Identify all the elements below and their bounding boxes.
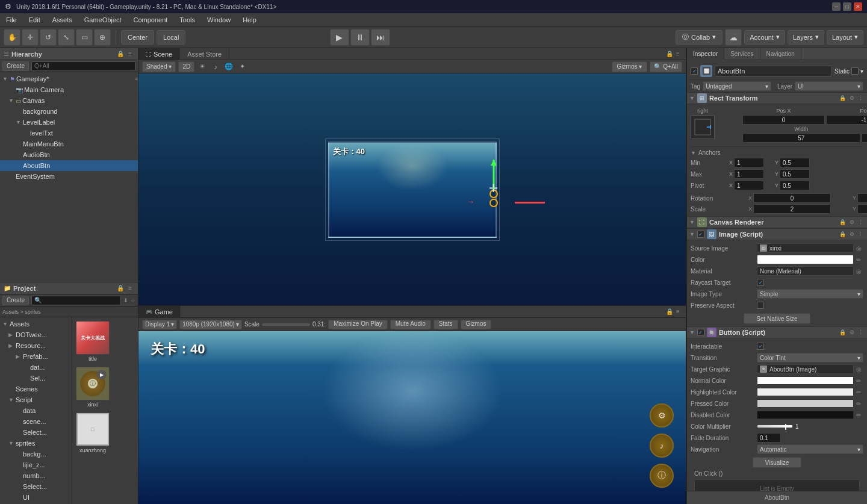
- layers-dropdown[interactable]: Layers ▾: [788, 30, 824, 45]
- cr-lock[interactable]: 🔒: [838, 219, 847, 225]
- fx-toggle[interactable]: ✦: [237, 61, 247, 72]
- menu-file[interactable]: File: [0, 13, 23, 26]
- local-toggle[interactable]: Local: [157, 30, 185, 45]
- anchor-pivot-x[interactable]: [734, 181, 764, 190]
- ptree-sprites[interactable]: ▼ sprites: [0, 438, 72, 449]
- account-dropdown[interactable]: Account ▾: [744, 30, 785, 45]
- transform-tool[interactable]: ⊕: [94, 29, 111, 46]
- pressed-color-swatch[interactable]: [757, 399, 854, 408]
- static-checkbox[interactable]: [851, 67, 859, 75]
- ptree-sel2[interactable]: Select...: [0, 481, 72, 492]
- sx-input[interactable]: [753, 204, 831, 214]
- hierarchy-create-button[interactable]: Create: [2, 61, 29, 71]
- asset-title[interactable]: 关卡大挑战 title: [75, 320, 111, 363]
- resolution-select[interactable]: 1080p (1920x1080) ▾: [179, 320, 242, 329]
- rotate-tool[interactable]: ↺: [40, 29, 57, 46]
- normal-color-edit[interactable]: ✏: [854, 376, 863, 385]
- game-lock[interactable]: 🔒: [665, 308, 674, 316]
- game-canvas[interactable]: 关卡：40 ⚙ ♪ ⓘ: [138, 331, 686, 504]
- tree-item-mainmenubtn[interactable]: MainMenuBtn: [0, 138, 138, 149]
- gizmo-circle2[interactable]: [489, 199, 498, 207]
- target-graphic-value[interactable]: 🔘 AboutBtn (Image): [757, 364, 854, 374]
- raycast-checkbox[interactable]: ✓: [757, 279, 764, 286]
- tree-item-levellabel[interactable]: ▼ LevelLabel: [0, 117, 138, 128]
- tree-item-leveltxt[interactable]: levelTxt: [0, 128, 138, 138]
- game-gizmos-button[interactable]: Gizmos: [461, 320, 492, 329]
- maximize-button[interactable]: Maximize On Play: [328, 320, 388, 329]
- shaded-dropdown[interactable]: Shaded ▾: [142, 61, 176, 72]
- interactable-checkbox[interactable]: ✓: [757, 343, 764, 350]
- source-image-value[interactable]: 🖼 xinxi: [757, 243, 854, 253]
- rt-overflow[interactable]: ⋮: [857, 95, 865, 101]
- is-lock[interactable]: 🔒: [838, 231, 847, 237]
- ry-input[interactable]: [857, 193, 867, 203]
- mute-button[interactable]: Mute Audio: [390, 320, 431, 329]
- menu-edit[interactable]: Edit: [23, 13, 46, 26]
- object-name-input[interactable]: [715, 66, 832, 76]
- inspector-tab[interactable]: Inspector: [687, 48, 724, 60]
- posx-input[interactable]: [742, 115, 825, 125]
- stats-button[interactable]: Stats: [434, 320, 458, 329]
- source-image-pick[interactable]: ◎: [854, 243, 863, 253]
- highlighted-color-edit[interactable]: ✏: [854, 387, 863, 397]
- color-edit[interactable]: ✏: [854, 255, 863, 264]
- ptree-scene[interactable]: scene...: [0, 416, 72, 427]
- maximize-button[interactable]: □: [843, 2, 851, 11]
- asset-store-tab[interactable]: Asset Store: [180, 48, 229, 60]
- project-lock[interactable]: 🔒: [116, 284, 125, 293]
- ptree-data[interactable]: data: [0, 405, 72, 416]
- scene-lock[interactable]: 🔒: [665, 50, 674, 58]
- tree-item-eventsystem[interactable]: EventSystem: [0, 171, 138, 182]
- is-settings[interactable]: ⚙: [848, 231, 856, 237]
- hierarchy-search-input[interactable]: [31, 61, 135, 71]
- game-btn-1[interactable]: ⚙: [650, 403, 674, 428]
- menu-window[interactable]: Window: [201, 13, 237, 26]
- width-input[interactable]: [742, 133, 860, 143]
- tg-pick[interactable]: ◎: [854, 364, 863, 374]
- bs-settings[interactable]: ⚙: [848, 329, 856, 335]
- rect-tool[interactable]: ▭: [76, 29, 93, 46]
- tree-item-canvas[interactable]: ▼ ▭ Canvas: [0, 95, 138, 106]
- menu-assets[interactable]: Assets: [46, 13, 78, 26]
- tree-item-gameplay[interactable]: ▼ ⚑ Gameplay* ≡: [0, 73, 138, 84]
- static-arrow[interactable]: ▾: [860, 68, 863, 75]
- ptree-numb[interactable]: numb...: [0, 470, 72, 481]
- object-active-checkbox[interactable]: ✓: [691, 67, 698, 75]
- 2d-toggle[interactable]: 2D: [178, 61, 194, 72]
- menu-gameobject[interactable]: GameObject: [78, 13, 128, 26]
- ptree-ui[interactable]: UI: [0, 492, 72, 503]
- canvas-renderer-header[interactable]: ▼ ⛶ Canvas Renderer 🔒 ⚙ ⋮: [687, 216, 867, 228]
- services-tab[interactable]: Services: [724, 48, 760, 60]
- ptree-lijie[interactable]: lijie_z...: [0, 459, 72, 470]
- tree-item-aboutbtn[interactable]: AboutBtn: [0, 160, 138, 171]
- rt-anchor-icon[interactable]: [691, 115, 715, 139]
- gizmos-dropdown[interactable]: Gizmos ▾: [612, 61, 648, 72]
- tree-item-background[interactable]: background: [0, 106, 138, 117]
- visualize-button[interactable]: Visualize: [753, 457, 802, 468]
- button-script-header[interactable]: ▼ ✓ 🔘 Button (Script) 🔒 ⚙ ⋮: [687, 326, 867, 338]
- menu-help[interactable]: Help: [237, 13, 263, 26]
- project-menu[interactable]: ≡: [126, 284, 134, 293]
- cr-overflow[interactable]: ⋮: [857, 219, 865, 225]
- move-gizmo[interactable]: ✛: [489, 182, 498, 195]
- normal-color-swatch[interactable]: [757, 376, 854, 385]
- audio-toggle[interactable]: ♪: [210, 61, 221, 72]
- set-native-size-button[interactable]: Set Native Size: [744, 313, 810, 324]
- bs-overflow[interactable]: ⋮: [857, 329, 865, 335]
- anchor-min-x[interactable]: [734, 158, 764, 167]
- transition-dropdown[interactable]: Color Tint ▾: [757, 353, 863, 362]
- rx-input[interactable]: [753, 193, 831, 203]
- tree-item-audiobtn[interactable]: AudioBtn: [0, 149, 138, 160]
- menu-tools[interactable]: Tools: [173, 13, 201, 26]
- disabled-color-swatch[interactable]: [757, 411, 854, 419]
- highlighted-color-swatch[interactable]: [757, 388, 854, 396]
- pause-button[interactable]: ⏸: [350, 29, 370, 46]
- nav-dropdown[interactable]: Automatic ▾: [757, 444, 863, 454]
- scene-search[interactable]: 🔍 Q+All: [650, 61, 682, 72]
- is-overflow[interactable]: ⋮: [857, 231, 865, 237]
- color-swatch[interactable]: [757, 255, 854, 264]
- game-menu[interactable]: ≡: [674, 308, 682, 316]
- anchors-header[interactable]: ▼ Anchors: [691, 149, 863, 156]
- collab-button[interactable]: ⓪ Collab ▾: [676, 30, 722, 45]
- image-enabled[interactable]: ✓: [697, 231, 704, 238]
